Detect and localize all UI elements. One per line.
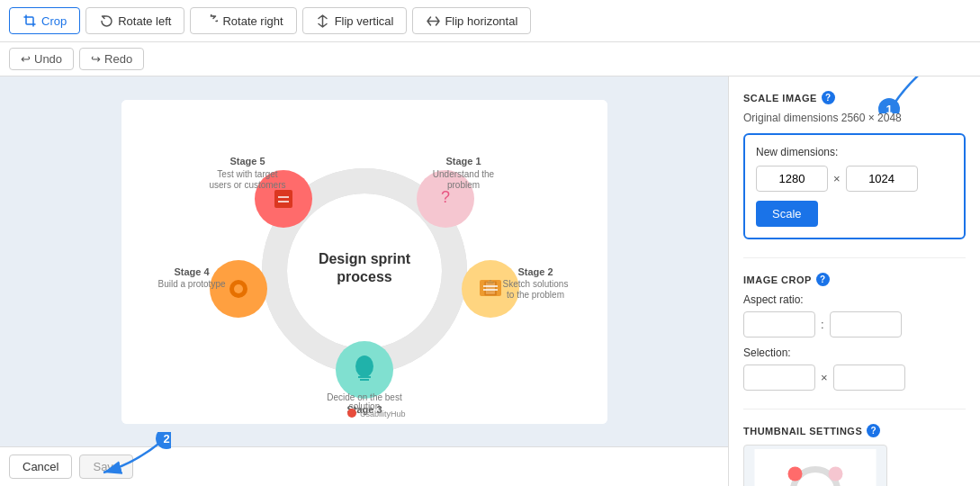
svg-rect-7 xyxy=(480,280,501,296)
svg-rect-16 xyxy=(274,190,292,208)
svg-text:Test with target: Test with target xyxy=(217,169,277,179)
thumbnail-title: THUMBNAIL SETTINGS ? xyxy=(743,424,966,437)
rotate-left-icon xyxy=(99,14,113,28)
crop-section-label: IMAGE CROP xyxy=(743,274,812,285)
aspect-ratio-row: : xyxy=(743,311,966,338)
original-dims-text: Original dimensions 2560 × 2048 xyxy=(743,112,902,124)
crop-section: IMAGE CROP ? Aspect ratio: : Selection: … xyxy=(743,273,966,391)
new-dims-text: New dimensions: xyxy=(756,146,838,158)
flip-vertical-label: Flip vertical xyxy=(335,14,394,28)
bottom-bar: Cancel Save 2 xyxy=(0,446,728,486)
aspect-ratio-label: Aspect ratio: xyxy=(743,293,966,306)
svg-text:Stage 1: Stage 1 xyxy=(445,156,481,166)
canvas-area: ? 📋 xyxy=(0,76,728,486)
aspect-ratio-width-input[interactable] xyxy=(743,311,815,338)
rotate-left-button[interactable]: Rotate left xyxy=(85,7,184,34)
selection-height-input[interactable] xyxy=(833,364,905,391)
scale-help-icon[interactable]: ? xyxy=(822,91,835,104)
toolbar: Crop Rotate left Rotate right Flip verti… xyxy=(0,0,980,42)
cancel-label: Cancel xyxy=(22,460,58,473)
scale-button[interactable]: Scale xyxy=(756,201,818,227)
original-dimensions: Original dimensions 2560 × 2048 xyxy=(743,112,966,124)
crop-help-icon[interactable]: ? xyxy=(816,273,830,286)
ratio-colon: : xyxy=(821,318,824,331)
scale-btn-label: Scale xyxy=(772,207,802,220)
selection-row: × xyxy=(743,364,966,391)
scale-section: SCALE IMAGE ? Original dimensions 2560 ×… xyxy=(743,91,966,239)
width-input[interactable] xyxy=(756,166,828,192)
rotate-right-icon xyxy=(203,14,218,28)
rotate-right-button[interactable]: Rotate right xyxy=(190,7,296,34)
svg-point-43 xyxy=(829,467,843,482)
canvas-inner: ? 📋 xyxy=(0,76,728,446)
thumbnail-section-label: THUMBNAIL SETTINGS xyxy=(743,426,862,436)
svg-text:Understand the: Understand the xyxy=(432,169,494,179)
right-panel: SCALE IMAGE ? Original dimensions 2560 ×… xyxy=(728,76,980,486)
annotation-2-badge: 2 xyxy=(163,432,169,446)
scale-section-label: SCALE IMAGE xyxy=(743,93,817,104)
undo-button[interactable]: ↩ Undo xyxy=(9,48,74,70)
selection-text: Selection: xyxy=(743,346,791,359)
undo-label: Undo xyxy=(34,52,62,66)
svg-point-35 xyxy=(347,409,356,418)
divider-1 xyxy=(743,257,966,258)
aspect-ratio-height-input[interactable] xyxy=(830,311,902,338)
redo-label: Redo xyxy=(104,52,132,66)
height-input[interactable] xyxy=(846,166,918,192)
thumbnail-help-icon[interactable]: ? xyxy=(867,424,880,437)
divider-2 xyxy=(743,409,966,410)
crop-button[interactable]: Crop xyxy=(9,7,80,34)
thumbnail-section: THUMBNAIL SETTINGS ? Design sprint proce… xyxy=(743,424,966,486)
redo-button[interactable]: ↪ Redo xyxy=(79,48,144,70)
crop-title: IMAGE CROP ? xyxy=(743,273,966,286)
main-area: ? 📋 xyxy=(0,76,980,486)
svg-text:users or customers: users or customers xyxy=(209,180,285,190)
svg-text:process: process xyxy=(337,269,391,284)
cancel-button[interactable]: Cancel xyxy=(9,454,72,479)
svg-text:to the problem: to the problem xyxy=(507,290,564,300)
svg-point-14 xyxy=(234,284,243,293)
annotation-2-arrow: 2 xyxy=(90,432,171,482)
flip-vertical-button[interactable]: Flip vertical xyxy=(302,7,408,34)
crop-icon xyxy=(22,14,37,28)
selection-x-separator: × xyxy=(821,371,828,384)
aspect-ratio-text: Aspect ratio: xyxy=(743,293,804,306)
annotation-1-badge: 1 xyxy=(886,103,892,113)
annotation-1-arrow: 1 xyxy=(876,76,975,113)
svg-text:Design sprint: Design sprint xyxy=(318,251,410,266)
dims-x-separator: × xyxy=(833,172,841,185)
svg-point-47 xyxy=(788,467,803,482)
new-dims-label: New dimensions: xyxy=(756,146,953,158)
thumbnail-preview: Design sprint process xyxy=(743,445,887,486)
undo-redo-row: ↩ Undo ↪ Redo xyxy=(0,42,980,76)
flip-horizontal-label: Flip horizontal xyxy=(445,14,517,28)
undo-icon: ↩ xyxy=(21,52,31,66)
svg-text:Stage 4: Stage 4 xyxy=(174,266,210,277)
svg-text:Stage 2: Stage 2 xyxy=(517,266,553,277)
flip-horizontal-icon xyxy=(426,14,440,28)
scale-box: New dimensions: × Scale xyxy=(743,133,966,239)
svg-text:problem: problem xyxy=(446,180,479,190)
crop-label: Crop xyxy=(41,14,67,28)
svg-text:UsabilityHub: UsabilityHub xyxy=(360,410,406,418)
svg-text:?: ? xyxy=(440,188,449,206)
svg-text:Sketch solutions: Sketch solutions xyxy=(502,279,568,289)
rotate-left-label: Rotate left xyxy=(118,14,171,28)
flip-vertical-icon xyxy=(316,14,330,28)
flip-horizontal-button[interactable]: Flip horizontal xyxy=(412,7,531,34)
svg-point-11 xyxy=(355,356,373,377)
rotate-right-label: Rotate right xyxy=(222,14,283,28)
dims-row: × xyxy=(756,166,953,192)
redo-icon: ↪ xyxy=(91,52,101,66)
svg-text:Build a prototype: Build a prototype xyxy=(157,279,225,289)
image-preview: ? 📋 xyxy=(121,100,607,424)
thumbnail-svg: Design sprint process xyxy=(748,449,883,486)
svg-text:Stage 5: Stage 5 xyxy=(229,156,265,166)
selection-width-input[interactable] xyxy=(743,364,815,391)
selection-label: Selection: xyxy=(743,346,966,359)
